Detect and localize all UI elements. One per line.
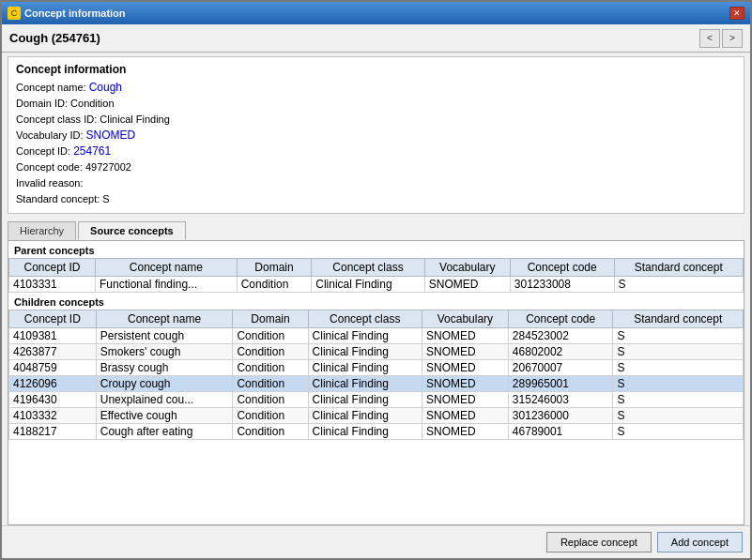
- concept-info-section: Concept information Concept name: Cough …: [8, 56, 744, 214]
- parent-section-label: Parent concepts: [8, 241, 744, 258]
- add-concept-button[interactable]: Add concept: [657, 532, 743, 552]
- children-scroll[interactable]: Concept ID Concept name Domain Concept c…: [8, 310, 744, 524]
- concept-info-header: Concept information: [16, 63, 736, 76]
- title-bar: C Concept information ✕: [2, 2, 750, 24]
- info-line-1: Concept name: Cough: [16, 80, 736, 96]
- info-line-2: Domain ID: Condition: [16, 96, 736, 112]
- info-line-5: Concept ID: 254761: [16, 144, 736, 159]
- info-line-7: Invalid reason:: [16, 175, 736, 191]
- parent-col-code: Concept code: [510, 259, 614, 277]
- header-bar: Cough (254761) < >: [2, 24, 750, 53]
- table-row[interactable]: 4126096Croupy coughConditionClinical Fin…: [9, 376, 744, 392]
- children-section-label: Children concepts: [8, 293, 744, 310]
- table-row[interactable]: 4263877Smokers' coughConditionClinical F…: [9, 344, 744, 360]
- footer-bar: Replace concept Add concept: [2, 525, 750, 558]
- child-col-id: Concept ID: [9, 310, 97, 328]
- child-col-code: Concept code: [508, 310, 613, 328]
- close-button[interactable]: ✕: [729, 7, 744, 20]
- info-line-6: Concept code: 49727002: [16, 159, 736, 175]
- tab-hierarchy[interactable]: Hierarchy: [8, 221, 76, 240]
- info-line-3: Concept class ID: Clinical Finding: [16, 112, 736, 128]
- nav-buttons: < >: [699, 29, 743, 48]
- children-concepts-table: Concept ID Concept name Domain Concept c…: [8, 310, 744, 440]
- tab-content: Parent concepts Concept ID Concept name …: [8, 240, 744, 525]
- child-col-name: Concept name: [96, 310, 233, 328]
- tabs-bar: Hierarchy Source concepts: [2, 218, 750, 240]
- table-row[interactable]: 4048759Brassy coughConditionClinical Fin…: [9, 360, 744, 376]
- table-row[interactable]: 4109381Persistent coughConditionClinical…: [9, 328, 744, 344]
- forward-button[interactable]: >: [722, 29, 743, 48]
- parent-col-domain: Domain: [237, 259, 312, 277]
- title-buttons: ✕: [729, 7, 744, 20]
- table-row[interactable]: 4103331Functional finding...ConditionCli…: [9, 277, 744, 293]
- info-line-8: Standard concept: S: [16, 191, 736, 207]
- parent-concepts-table: Concept ID Concept name Domain Concept c…: [8, 258, 744, 293]
- table-row[interactable]: 4188217Cough after eatingConditionClinic…: [9, 424, 744, 440]
- parent-concepts-section: Parent concepts Concept ID Concept name …: [8, 241, 744, 293]
- children-concepts-section: Children concepts Concept ID Concept nam…: [8, 293, 744, 524]
- child-col-vocab: Vocabulary: [422, 310, 509, 328]
- table-row[interactable]: 4103332Effective coughConditionClinical …: [9, 408, 744, 424]
- app-icon: C: [8, 7, 21, 20]
- info-line-4: Vocabulary ID: SNOMED: [16, 128, 736, 144]
- back-button[interactable]: <: [699, 29, 720, 48]
- parent-col-standard: Standard concept: [614, 259, 743, 277]
- parent-col-class: Concept class: [312, 259, 424, 277]
- title-bar-left: C Concept information: [8, 7, 126, 20]
- parent-col-vocab: Vocabulary: [424, 259, 510, 277]
- child-col-domain: Domain: [233, 310, 308, 328]
- child-col-class: Concept class: [308, 310, 422, 328]
- replace-concept-button[interactable]: Replace concept: [546, 532, 652, 552]
- tab-source-concepts[interactable]: Source concepts: [78, 221, 186, 240]
- table-row[interactable]: 4196430Unexplained cou...ConditionClinic…: [9, 392, 744, 408]
- main-window: C Concept information ✕ Cough (254761) <…: [0, 0, 752, 560]
- parent-col-name: Concept name: [96, 259, 238, 277]
- window-title: Concept information: [24, 8, 126, 19]
- concept-title: Cough (254761): [9, 31, 100, 45]
- child-col-standard: Standard concept: [613, 310, 744, 328]
- parent-col-id: Concept ID: [9, 259, 96, 277]
